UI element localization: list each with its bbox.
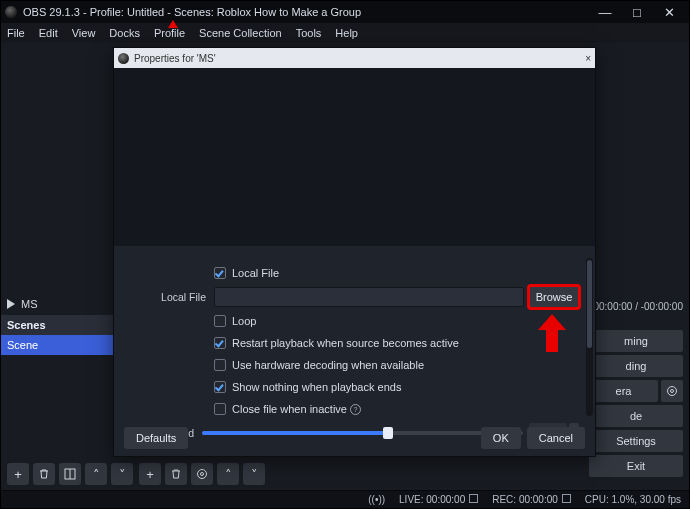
loop-label: Loop	[232, 315, 256, 327]
local-file-checkbox-label: Local File	[232, 267, 279, 279]
minimize-button[interactable]: —	[589, 5, 621, 20]
scene-item[interactable]: Scene	[1, 335, 117, 355]
scenes-filter-button[interactable]	[59, 463, 81, 485]
columns-icon	[64, 468, 76, 480]
dialog-logo-icon	[118, 53, 129, 64]
hw-checkbox[interactable]	[214, 359, 226, 371]
close-file-label: Close file when inactive	[232, 403, 347, 415]
right-button-4[interactable]: de	[589, 405, 683, 427]
dialog-close-button[interactable]: ×	[585, 53, 591, 64]
right-gear-button[interactable]	[661, 380, 683, 402]
menu-tools[interactable]: Tools	[296, 27, 322, 39]
window-title: OBS 29.1.3 - Profile: Untitled - Scenes:…	[23, 6, 361, 18]
media-time: 00:00:00 / -00:00:00	[589, 301, 683, 312]
gear-icon	[197, 469, 207, 479]
browse-button[interactable]: Browse	[529, 286, 579, 308]
right-button-2[interactable]: ding	[589, 355, 683, 377]
rec-status: REC: 00:00:00	[492, 494, 558, 505]
rec-square-icon[interactable]	[562, 494, 571, 503]
local-file-input[interactable]	[214, 287, 524, 307]
sources-toolbar: + ˄ ˅	[139, 462, 265, 486]
loop-checkbox[interactable]	[214, 315, 226, 327]
chevron-down-icon: ˅	[119, 467, 126, 482]
menu-edit[interactable]: Edit	[39, 27, 58, 39]
scenes-down-button[interactable]: ˅	[111, 463, 133, 485]
show-nothing-label: Show nothing when playback ends	[232, 381, 401, 393]
maximize-button[interactable]: □	[621, 5, 653, 20]
scenes-add-button[interactable]: +	[7, 463, 29, 485]
sources-properties-button[interactable]	[191, 463, 213, 485]
network-icon: ((•))	[368, 494, 385, 505]
plus-icon: +	[14, 467, 22, 482]
trash-icon	[38, 468, 50, 480]
right-button-3[interactable]: era	[589, 380, 658, 402]
chevron-down-icon: ˅	[251, 467, 258, 482]
menu-view[interactable]: View	[72, 27, 96, 39]
scenes-up-button[interactable]: ˄	[85, 463, 107, 485]
sources-down-button[interactable]: ˅	[243, 463, 265, 485]
info-icon[interactable]: ?	[350, 404, 361, 415]
play-icon	[7, 299, 15, 309]
defaults-button[interactable]: Defaults	[124, 427, 188, 449]
menu-docks[interactable]: Docks	[109, 27, 140, 39]
menu-scene-collection[interactable]: Scene Collection	[199, 27, 282, 39]
sources-add-button[interactable]: +	[139, 463, 161, 485]
titlebar: OBS 29.1.3 - Profile: Untitled - Scenes:…	[1, 1, 689, 23]
trash-icon	[170, 468, 182, 480]
ok-button[interactable]: OK	[481, 427, 521, 449]
annotation-arrow-icon	[168, 20, 178, 28]
dialog-title: Properties for 'MS'	[134, 53, 216, 64]
menu-file[interactable]: File	[7, 27, 25, 39]
menu-profile[interactable]: Profile	[154, 27, 185, 39]
sources-remove-button[interactable]	[165, 463, 187, 485]
chevron-up-icon: ˄	[225, 467, 232, 482]
plus-icon: +	[146, 467, 154, 482]
right-exit-button[interactable]: Exit	[589, 455, 683, 477]
chevron-up-icon: ˄	[93, 467, 100, 482]
restart-label: Restart playback when source becomes act…	[232, 337, 459, 349]
scrollbar-thumb[interactable]	[587, 260, 592, 348]
sources-up-button[interactable]: ˄	[217, 463, 239, 485]
show-nothing-checkbox[interactable]	[214, 381, 226, 393]
media-preview	[114, 68, 595, 246]
close-file-checkbox[interactable]	[214, 403, 226, 415]
current-source-label: MS	[21, 298, 38, 310]
dialog-scrollbar[interactable]	[586, 258, 593, 416]
cpu-status: CPU: 1.0%, 30.00 fps	[585, 494, 681, 505]
local-file-checkbox[interactable]	[214, 267, 226, 279]
hw-label: Use hardware decoding when available	[232, 359, 424, 371]
live-status: LIVE: 00:00:00	[399, 494, 465, 505]
close-button[interactable]: ✕	[653, 5, 685, 20]
sources-current-row[interactable]: MS	[1, 293, 117, 315]
status-bar: ((•)) LIVE: 00:00:00 REC: 00:00:00 CPU: …	[1, 490, 689, 508]
gear-icon	[667, 386, 677, 396]
app-logo-icon	[5, 6, 17, 18]
right-button-1[interactable]: ming	[589, 330, 683, 352]
menu-help[interactable]: Help	[335, 27, 358, 39]
dialog-titlebar: Properties for 'MS' ×	[114, 48, 595, 68]
restart-checkbox[interactable]	[214, 337, 226, 349]
right-settings-button[interactable]: Settings	[589, 430, 683, 452]
scenes-panel-title: Scenes	[1, 315, 117, 335]
scenes-remove-button[interactable]	[33, 463, 55, 485]
scenes-toolbar: + ˄ ˅	[7, 462, 133, 486]
live-square-icon[interactable]	[469, 494, 478, 503]
cancel-button[interactable]: Cancel	[527, 427, 585, 449]
properties-dialog: Properties for 'MS' × Local File Local F…	[113, 47, 596, 457]
local-file-label: Local File	[114, 291, 214, 303]
menubar: File Edit View Docks Profile Scene Colle…	[1, 23, 689, 43]
